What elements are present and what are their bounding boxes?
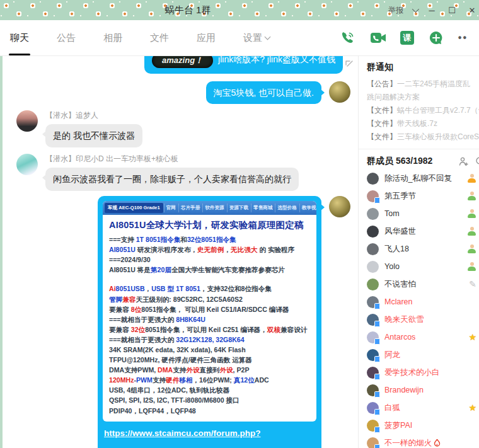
member-row[interactable]: Antarcos★ — [367, 328, 479, 346]
poster-text-segment: 天王级别的: 89C52RC, 12C5A60S2 — [136, 296, 243, 303]
sender-avatar[interactable] — [16, 154, 38, 175]
group-notice-item[interactable]: 【文件】三车核心板升级款CoreS3... — [367, 130, 479, 144]
member-count: 563/1982 — [396, 156, 432, 166]
message-bubble[interactable]: 淘宝5块钱, 也可以自己做. — [206, 81, 321, 105]
member-badge-slot — [467, 262, 476, 272]
poster-text-segment: 兼容 — [122, 296, 136, 303]
member-row[interactable]: Tom — [367, 205, 479, 222]
poster-text-segment: 研发演示程序发布， — [137, 246, 197, 253]
member-name: 除活动_私聊不回复 — [384, 173, 452, 184]
member-badge-slot: ★ — [468, 332, 476, 342]
member-avatar — [367, 402, 379, 414]
video-call-icon[interactable] — [370, 30, 386, 46]
voice-call-icon[interactable] — [340, 30, 356, 46]
self-avatar[interactable] — [329, 81, 350, 103]
tab-聊天[interactable]: 聊天 — [9, 21, 30, 55]
group-notice-item[interactable]: 【公告】一二车245手柄温度乱跳问题解决方案 — [367, 78, 479, 104]
poster-text-segment: 8H8K64U — [176, 316, 205, 323]
message-bubble[interactable]: 闲鱼示波器我看了一圈，除非贩子，个人卖家看信誉高的就行 — [45, 168, 299, 191]
tab-label: 公告 — [57, 32, 76, 44]
tab-公告[interactable]: 公告 — [55, 21, 77, 55]
member-row[interactable]: 白狐★ — [367, 399, 479, 416]
member-row[interactable]: Brandewijn — [367, 381, 479, 399]
poster-text-segment: ， — [145, 285, 152, 292]
self-avatar[interactable] — [329, 196, 350, 217]
member-row[interactable]: 晚来天欲雪 — [367, 311, 479, 328]
member-row[interactable]: 爱学技术的小白 — [367, 364, 479, 381]
class-badge[interactable]: 课 — [400, 31, 414, 45]
more-icon[interactable]: •• — [458, 32, 468, 43]
green-member-icon — [467, 244, 476, 254]
poster-text-segment: PWM — [136, 376, 153, 384]
message-col: 【潜水】印尼小D 出一车功率板+核心板闲鱼示波器我看了一圈，除非贩子，个人卖家看… — [45, 154, 299, 191]
message-row: amazing！jlink啥版本? jlink盗版又不值钱 — [9, 56, 358, 74]
ai8051u-poster-image[interactable]: 车规 AEC-Q100 Grade1官网芯片手册软件资源资源下载零售商城选型价格… — [103, 201, 316, 421]
poster-text-segment: TFPU@120MHz, 硬件浮点/硬件三角函数 运算器 — [109, 356, 252, 364]
poster-text-segment: ADC — [255, 376, 269, 384]
notice-text: 蜗牛台管理工具v2.7.7（含... — [397, 106, 479, 115]
message-bubble[interactable]: amazing！jlink啥版本? jlink盗版又不值钱 — [144, 56, 343, 74]
tab-相册[interactable]: 相册 — [102, 21, 124, 55]
poster-text-segment: 支持 — [153, 376, 166, 384]
poster-text-segment: 兼容设计 — [280, 326, 307, 333]
poster-text-segment: 管脚 — [109, 296, 122, 303]
poster-text-segment: 32G12K128, 32G8K64 — [176, 336, 244, 343]
search-member-icon[interactable] — [475, 156, 479, 166]
member-row[interactable]: Yolo — [367, 258, 479, 275]
message-bubble[interactable]: 车规 AEC-Q100 Grade1官网芯片手册软件资源资源下载零售商城选型价格… — [98, 196, 321, 448]
member-row[interactable]: 阿龙 — [367, 346, 479, 364]
chat-window: 蜗牛台 1群 举报 ─ ☐ ✕ 聊天公告相册文件应用设置 课 •• — [0, 0, 479, 448]
poster-line: 120MHz-PWM支持硬件移相，16位PWM; 真12位ADC — [109, 375, 310, 385]
star-badge-icon: ★ — [468, 332, 476, 342]
group-members-title: 群成员 563/1982 — [367, 156, 432, 167]
sender-avatar[interactable] — [16, 110, 38, 132]
poster-text-segment: 120MHz — [109, 376, 134, 384]
member-row[interactable]: 飞人18 — [367, 240, 479, 258]
member-name: 第五季节 — [384, 191, 416, 202]
poster-nav-item: 零售商城 — [251, 204, 274, 212]
tab-应用[interactable]: 应用 — [195, 21, 217, 55]
poster-text-segment: 1T 8051指令集 — [136, 236, 181, 243]
message-bubble[interactable]: 是的 我也不懂示波器 — [45, 124, 142, 147]
pop-out-icon[interactable] — [345, 59, 353, 71]
group-notice-item[interactable]: 【文件】蜗牛台管理工具v2.7.7（含... — [367, 104, 479, 117]
member-avatar — [367, 437, 379, 448]
member-row[interactable]: 除活动_私聊不回复 — [367, 169, 479, 187]
member-row[interactable]: Mclaren — [367, 293, 479, 311]
poster-nav-item: 软件资源 — [202, 204, 226, 212]
member-row[interactable]: 第五季节 — [367, 187, 479, 205]
notice-label: 【文件】 — [367, 106, 397, 115]
member-avatar — [367, 420, 379, 432]
poster-text-segment: PDIP40，LQFP44，LQFP48 — [109, 407, 196, 415]
poster-body: AI8051U全球大学计划，研发实验箱原理图定稿===支持 1T 8051指令集… — [103, 215, 316, 421]
tab-设置[interactable]: 设置 — [242, 21, 271, 55]
tab-文件[interactable]: 文件 — [149, 21, 170, 55]
poster-title: AI8051U全球大学计划，研发实验箱原理图定稿 — [109, 219, 310, 232]
group-members-section: 群成员 563/1982 除活动_私聊不回复第五季节Tom风华盛世飞人18Yol… — [359, 149, 479, 448]
member-row[interactable]: 菠萝PAI — [367, 416, 479, 434]
message-text: jlink啥版本? jlink盗版又不值钱 — [218, 56, 335, 64]
member-avatar — [367, 208, 379, 220]
message-col: 【潜水】追梦人是的 我也不懂示波器 — [45, 110, 142, 147]
member-row[interactable]: 不说害怕✎ — [367, 275, 479, 293]
close-button[interactable]: ✕ — [466, 6, 478, 15]
poster-text-segment: ===2024/9/30 — [109, 256, 151, 263]
poster-text-segment: 外设 — [186, 366, 199, 374]
forum-link[interactable]: mod=viewthread&tid=10588&extra=page%3D1 — [104, 445, 315, 448]
poster-line: Ai8051USB，USB 型 1T 8051，支持32位和8位指令集 — [109, 284, 310, 294]
minimize-button[interactable]: ─ — [426, 6, 437, 15]
maximize-button[interactable]: ☐ — [446, 6, 458, 15]
poster-text-segment: 第20届 — [151, 266, 171, 273]
member-row[interactable]: 不一样的烟火 — [367, 434, 479, 448]
window-title: 蜗牛台 1群 — [0, 0, 427, 20]
invite-member-icon[interactable] — [458, 156, 469, 166]
group-notice-item[interactable]: 【文件】带天线板.7z — [367, 117, 479, 130]
poster-line: ===就相当于更强大的 8H8K64U — [109, 314, 310, 325]
poster-nav-item: 车规 AEC-Q100 Grade1 — [105, 203, 163, 213]
member-row[interactable]: 风华盛世 — [367, 222, 479, 240]
forum-link[interactable]: https://www.stcaimcu.com/forum.php? — [104, 428, 315, 439]
report-button[interactable]: 举报 — [388, 5, 403, 16]
poster-text-segment: DMA — [158, 366, 173, 374]
add-bubble-icon[interactable] — [428, 30, 444, 46]
chevron-down-icon[interactable] — [412, 6, 419, 13]
